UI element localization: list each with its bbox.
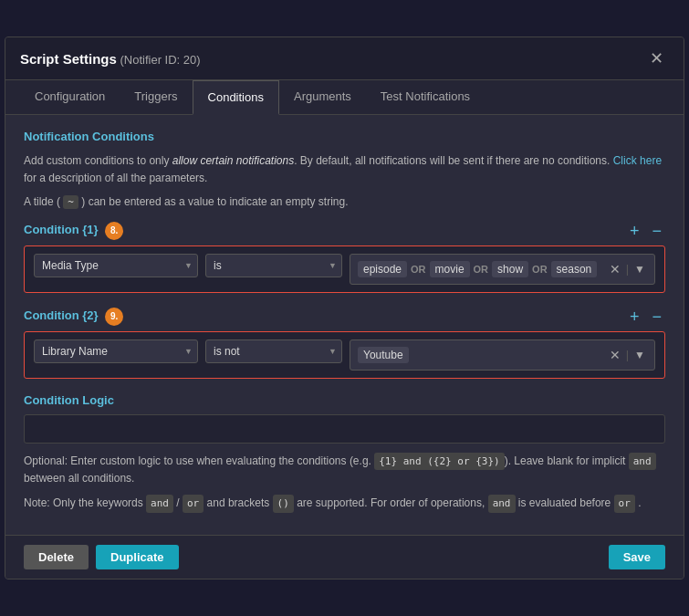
- condition2-row: Library Name Media Type Title Year is no…: [34, 339, 655, 371]
- condition2-remove-button[interactable]: −: [648, 308, 665, 325]
- desc-em: allow certain notifications: [172, 154, 294, 167]
- condition1-or2: OR: [474, 264, 489, 275]
- condition-logic-section: Condition Logic Optional: Enter custom l…: [24, 393, 665, 513]
- condition2-annotation: 9.: [105, 308, 123, 326]
- condition2-values-container: Youtube ✕ | ▼: [350, 339, 655, 371]
- condition-logic-title: Condition Logic: [24, 393, 665, 407]
- condition1-header: Condition {1} 8. + −: [24, 222, 665, 240]
- delete-button[interactable]: Delete: [24, 545, 89, 569]
- logic-and-badge3: and: [488, 495, 516, 513]
- click-here-link[interactable]: Click here: [613, 154, 662, 167]
- tilde-badge: ~: [63, 195, 78, 209]
- condition1-operator-select[interactable]: is is not contains does not contain: [205, 254, 342, 277]
- condition1-value-episode: episode: [358, 261, 407, 277]
- condition1-label-group: Condition {1} 8.: [24, 222, 123, 240]
- description-text: Add custom conditions to only allow cert…: [24, 152, 665, 187]
- condition2-field-wrapper: Library Name Media Type Title Year: [34, 339, 198, 363]
- condition1-annotation: 8.: [105, 222, 123, 240]
- condition1-or1: OR: [411, 264, 426, 275]
- logic-example-code: {1} and ({2} or {3}): [374, 453, 504, 471]
- condition2-clear-button[interactable]: ✕: [608, 348, 622, 362]
- condition2-values-end: ✕ | ▼: [608, 348, 647, 362]
- condition1-label: Condition {1}: [24, 223, 99, 236]
- condition2-label: Condition {2}: [24, 308, 99, 322]
- footer-left: Delete Duplicate: [24, 545, 179, 569]
- condition1-value-season: season: [551, 261, 598, 277]
- condition1-box: Media Type Library Name Title Year is is…: [24, 245, 665, 293]
- close-button[interactable]: ✕: [644, 47, 669, 70]
- modal-body: Notification Conditions Add custom condi…: [5, 115, 684, 535]
- logic-brackets-badge: (): [273, 495, 294, 513]
- logic-or-badge2: or: [614, 495, 635, 513]
- condition1-remove-button[interactable]: −: [648, 223, 665, 239]
- condition2-value-youtube: Youtube: [358, 347, 409, 363]
- logic-and-badge1: and: [629, 453, 656, 471]
- condition1-or3: OR: [532, 264, 548, 275]
- condition2-operator-wrapper: is not is contains does not contain: [205, 339, 342, 363]
- condition1-actions: + −: [626, 223, 665, 239]
- script-settings-modal: Script Settings (Notifier ID: 20) ✕ Conf…: [5, 37, 684, 579]
- desc-part1: Add custom conditions to only: [24, 154, 172, 167]
- condition2-dropdown-button[interactable]: ▼: [632, 349, 647, 361]
- modal-header: Script Settings (Notifier ID: 20) ✕: [5, 37, 684, 80]
- condition2-field-select[interactable]: Library Name Media Type Title Year: [34, 339, 198, 363]
- condition1-divider: |: [626, 262, 629, 276]
- tab-bar: Configuration Triggers Conditions Argume…: [5, 80, 684, 115]
- desc-part3: for a description of all the parameters.: [24, 172, 207, 184]
- condition-logic-input[interactable]: [24, 414, 665, 444]
- condition1-value-show: show: [492, 261, 528, 277]
- tab-arguments[interactable]: Arguments: [279, 80, 366, 114]
- tab-conditions[interactable]: Conditions: [193, 80, 279, 115]
- modal-subtitle: (Notifier ID: 20): [120, 53, 200, 67]
- condition1-row: Media Type Library Name Title Year is is…: [34, 254, 655, 285]
- modal-footer: Delete Duplicate Save: [5, 535, 684, 579]
- duplicate-button[interactable]: Duplicate: [96, 545, 179, 569]
- logic-note1: Optional: Enter custom logic to use when…: [24, 453, 665, 488]
- desc-part2: . By default, all notifications will be …: [294, 154, 613, 167]
- condition1-clear-button[interactable]: ✕: [608, 262, 622, 277]
- condition2-box: Library Name Media Type Title Year is no…: [24, 331, 665, 379]
- logic-or-badge1: or: [183, 495, 204, 513]
- modal-title-group: Script Settings (Notifier ID: 20): [20, 51, 201, 67]
- condition1-dropdown-button[interactable]: ▼: [632, 263, 647, 276]
- condition2-actions: + −: [626, 308, 665, 325]
- condition2-divider: |: [626, 348, 629, 361]
- logic-and-badge2: and: [146, 495, 173, 513]
- condition1-add-button[interactable]: +: [626, 223, 643, 239]
- condition1-field-select[interactable]: Media Type Library Name Title Year: [34, 254, 198, 277]
- condition1-operator-wrapper: is is not contains does not contain: [205, 254, 342, 277]
- section-title: Notification Conditions: [24, 130, 665, 143]
- condition2-label-group: Condition {2} 9.: [24, 308, 123, 326]
- condition2-operator-select[interactable]: is not is contains does not contain: [205, 339, 342, 363]
- condition1-values-end: ✕ | ▼: [608, 262, 647, 277]
- tab-configuration[interactable]: Configuration: [20, 80, 120, 114]
- condition2-add-button[interactable]: +: [626, 308, 643, 325]
- modal-title: Script Settings: [20, 51, 117, 67]
- tab-test-notifications[interactable]: Test Notifications: [366, 80, 485, 114]
- condition2-header: Condition {2} 9. + −: [24, 308, 665, 326]
- condition1-values-container: episode OR movie OR show OR season ✕ | ▼: [350, 254, 655, 285]
- logic-note2: Note: Only the keywords and / or and bra…: [24, 495, 665, 513]
- save-button[interactable]: Save: [609, 545, 665, 569]
- tilde-note: A tilde ( ~ ) can be entered as a value …: [24, 195, 665, 209]
- tab-triggers[interactable]: Triggers: [120, 80, 192, 114]
- condition1-field-wrapper: Media Type Library Name Title Year: [34, 254, 198, 277]
- condition1-value-movie: movie: [430, 261, 470, 277]
